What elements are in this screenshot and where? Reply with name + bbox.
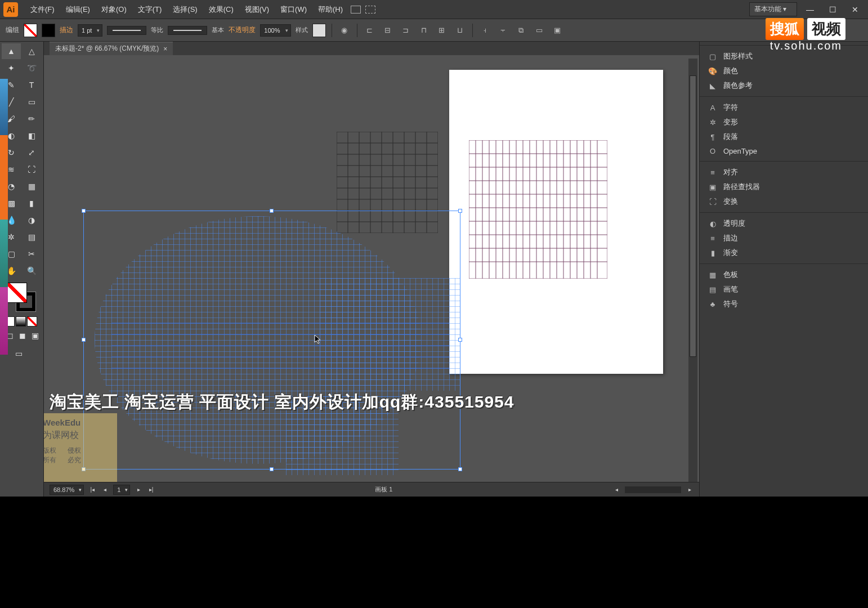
pathfinder-icon: ▣ <box>708 182 718 191</box>
panel-label: 色板 <box>723 270 738 280</box>
recolor-icon[interactable]: ◉ <box>338 24 351 37</box>
menu-type[interactable]: 文字(T) <box>132 2 168 17</box>
menu-select[interactable]: 选择(S) <box>167 2 203 17</box>
column-graph-tool[interactable]: ▤ <box>22 229 41 245</box>
artboard-first-icon[interactable]: |◂ <box>88 486 96 494</box>
graphic-style-swatch[interactable] <box>312 24 326 37</box>
isolate-icon[interactable]: ▭ <box>533 24 546 37</box>
panel-gradient[interactable]: ▮渐变 <box>700 245 868 260</box>
blend-tool[interactable]: ◑ <box>22 212 41 228</box>
menu-object[interactable]: 对象(O) <box>96 2 132 17</box>
stroke-swatch[interactable] <box>42 24 55 37</box>
rectangle-tool[interactable]: ▭ <box>22 94 41 110</box>
full-screen-icon[interactable]: ◼ <box>17 330 28 341</box>
panel-pathfinder[interactable]: ▣路径查找器 <box>700 180 868 194</box>
eraser-tool[interactable]: ◧ <box>22 128 41 144</box>
stroke-weight-input[interactable]: 1 pt <box>78 24 102 37</box>
align-right-icon[interactable]: ⊐ <box>399 24 413 37</box>
panel-brushes[interactable]: ▤画笔 <box>700 282 868 297</box>
fill-box[interactable] <box>7 283 27 303</box>
panel-label: 画笔 <box>723 284 738 294</box>
artboard-prev-icon[interactable]: ◂ <box>101 486 109 494</box>
app-logo: Ai <box>3 2 18 17</box>
fill-stroke-control[interactable] <box>7 283 36 312</box>
panel-label: 颜色参考 <box>723 81 753 91</box>
lasso-tool[interactable]: ➰ <box>22 60 41 76</box>
horizontal-scrollbar[interactable] <box>625 486 681 493</box>
panel-transparency[interactable]: ◐透明度 <box>700 216 868 231</box>
artboard-last-icon[interactable]: ▸| <box>147 486 155 494</box>
handle-e[interactable] <box>458 338 462 342</box>
pencil-tool[interactable]: ✏ <box>22 111 41 127</box>
type-tool[interactable]: T <box>22 77 41 93</box>
panel-swatches[interactable]: ▦色板 <box>700 267 868 282</box>
menu-window[interactable]: 窗口(W) <box>275 2 312 17</box>
perspective-grid-tool[interactable]: ▦ <box>22 178 41 194</box>
document-tab[interactable]: 未标题-2* @ 66.67% (CMYK/预览) × <box>50 42 173 55</box>
gradient-mode-icon[interactable] <box>16 316 26 327</box>
direct-selection-tool[interactable]: △ <box>22 43 41 59</box>
stroke-profile-dropdown[interactable] <box>168 26 207 35</box>
menu-effect[interactable]: 效果(C) <box>203 2 239 17</box>
zoom-tool[interactable]: 🔍 <box>22 263 41 279</box>
panel-stroke[interactable]: ≡描边 <box>700 231 868 245</box>
panel-color[interactable]: 🎨颜色 <box>700 64 868 78</box>
panel-character[interactable]: A字符 <box>700 100 868 115</box>
distribute-v-icon[interactable]: ⫟ <box>496 24 510 37</box>
handle-s[interactable] <box>270 467 274 471</box>
tab-close-icon[interactable]: × <box>163 45 167 53</box>
align-center-h-icon[interactable]: ⊟ <box>381 24 395 37</box>
scroll-right-icon[interactable]: ▸ <box>686 486 693 494</box>
screen-mode-icon[interactable] <box>365 6 375 14</box>
vertical-scrollbar[interactable] <box>688 59 697 555</box>
maximize-button[interactable]: ☐ <box>823 3 842 16</box>
distribute-h-icon[interactable]: ⫞ <box>478 24 492 37</box>
workspace-switcher[interactable]: 基本功能 ▾ <box>749 2 797 16</box>
screen-mode-row: ◻ ◼ ▣ <box>5 330 41 341</box>
transform-icon[interactable]: ⧉ <box>514 24 528 37</box>
scrollbar-thumb[interactable] <box>690 75 696 357</box>
panel-paragraph[interactable]: ¶段落 <box>700 129 868 144</box>
none-mode-icon[interactable] <box>27 316 37 327</box>
panel-transform-type[interactable]: ✲变形 <box>700 115 868 129</box>
free-transform-tool[interactable]: ⛶ <box>22 162 41 177</box>
align-bottom-icon[interactable]: ⊔ <box>453 24 467 37</box>
slice-tool[interactable]: ✂ <box>22 246 41 262</box>
fill-swatch[interactable] <box>24 24 37 37</box>
document-tab-title: 未标题-2* @ 66.67% (CMYK/预览) <box>55 44 159 53</box>
artboard-number-input[interactable]: 1 <box>113 485 130 495</box>
scale-tool[interactable]: ⤢ <box>22 145 41 160</box>
selection-tool[interactable]: ▲ <box>2 43 21 59</box>
menu-file[interactable]: 文件(F) <box>25 2 60 17</box>
align-center-v-icon[interactable]: ⊞ <box>435 24 449 37</box>
selection-bounding-box[interactable] <box>83 211 460 470</box>
close-button[interactable]: ✕ <box>845 3 865 16</box>
style-label: 样式 <box>296 26 308 34</box>
panel-align[interactable]: ≡对齐 <box>700 165 868 180</box>
gradient-tool[interactable]: ▮ <box>22 195 41 211</box>
minimize-button[interactable]: — <box>800 3 820 16</box>
panel-transform[interactable]: ⛶变换 <box>700 194 868 209</box>
handle-n[interactable] <box>270 209 274 213</box>
handle-ne[interactable] <box>458 209 462 213</box>
stroke-dash-dropdown[interactable] <box>107 26 146 35</box>
handle-se[interactable] <box>458 467 462 471</box>
menu-edit[interactable]: 编辑(E) <box>60 2 96 17</box>
arrange-documents-icon[interactable] <box>351 6 361 14</box>
zoom-level-input[interactable]: 68.87% <box>50 485 84 495</box>
align-top-icon[interactable]: ⊓ <box>417 24 431 37</box>
handle-nw[interactable] <box>82 209 86 213</box>
artboard-next-icon[interactable]: ▸ <box>135 486 142 494</box>
menu-help[interactable]: 帮助(H) <box>312 2 348 17</box>
opacity-input[interactable]: 100% <box>260 24 290 37</box>
panel-opentype[interactable]: OOpenType <box>700 144 868 158</box>
presentation-icon[interactable]: ▣ <box>30 330 40 341</box>
menu-view[interactable]: 视图(V) <box>239 2 275 17</box>
scroll-left-icon[interactable]: ◂ <box>612 486 620 494</box>
clip-mask-icon[interactable]: ▣ <box>551 24 564 37</box>
align-left-icon[interactable]: ⊏ <box>363 24 377 37</box>
magic-wand-tool[interactable]: ✦ <box>2 60 21 76</box>
panel-symbols[interactable]: ♣符号 <box>700 297 868 311</box>
handle-w[interactable] <box>82 338 86 342</box>
panel-color-guide[interactable]: ◣颜色参考 <box>700 78 868 93</box>
